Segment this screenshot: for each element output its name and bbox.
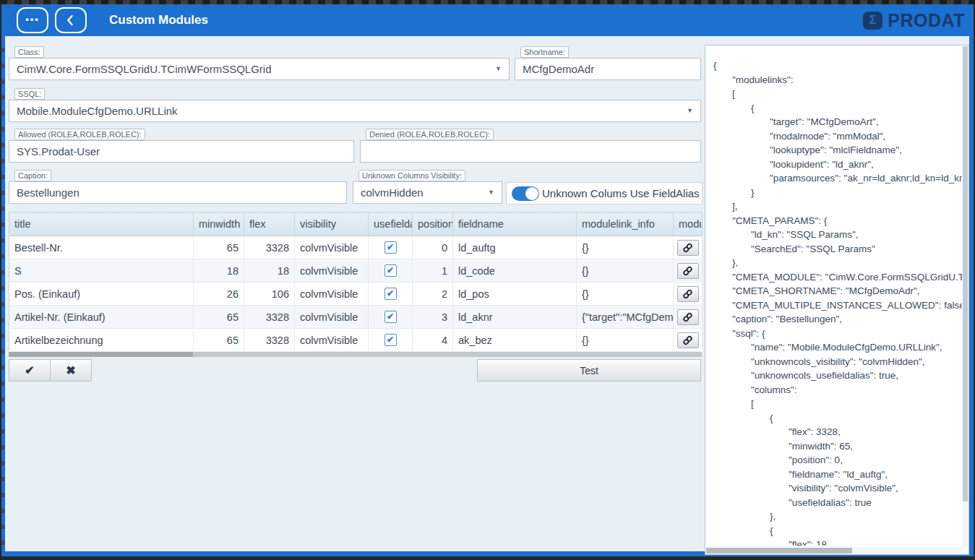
scrollbar-thumb[interactable] bbox=[9, 352, 193, 357]
link-icon bbox=[682, 311, 694, 323]
cell-modulelink-info: {} bbox=[577, 329, 674, 352]
cell-flex: 3328 bbox=[244, 329, 295, 352]
modulelink-button[interactable] bbox=[677, 240, 699, 256]
ssql-input[interactable] bbox=[9, 100, 700, 121]
grid-horizontal-scrollbar[interactable] bbox=[9, 352, 702, 357]
col-header-modulelink[interactable]: modu bbox=[674, 212, 703, 236]
modulelink-button[interactable] bbox=[677, 263, 699, 279]
prodat-sigma-icon: Σ bbox=[863, 12, 882, 30]
cell-position: 4 bbox=[413, 329, 453, 352]
cell-modulelink-info: {} bbox=[577, 259, 674, 283]
allowed-label: Allowed (ROLEA,ROLEB,ROLEC): bbox=[14, 129, 145, 140]
cell-flex: 3328 bbox=[244, 236, 295, 259]
main-content: Class: ▼ Shortname: SSQL: ▼ Allowed (ROL… bbox=[5, 36, 969, 551]
ssql-label: SSQL: bbox=[14, 88, 45, 100]
brand-name: PRODAT bbox=[888, 10, 965, 31]
cell-minwidth: 26 bbox=[194, 283, 244, 306]
cell-minwidth: 65 bbox=[194, 236, 244, 259]
cell-fieldname: ld_code bbox=[453, 259, 577, 283]
confirm-button[interactable]: ✔ bbox=[9, 359, 51, 382]
json-horizontal-scrollbar[interactable] bbox=[706, 548, 962, 553]
usefieldalias-toggle[interactable] bbox=[512, 186, 539, 201]
scrollbar-thumb[interactable] bbox=[706, 548, 852, 553]
test-button[interactable]: Test bbox=[477, 359, 701, 382]
cancel-button[interactable]: ✖ bbox=[50, 359, 92, 382]
menu-button[interactable]: ••• bbox=[17, 7, 48, 33]
table-row[interactable]: Artikel-Nr. (Einkauf) 65 3328 colvmVisib… bbox=[9, 306, 703, 329]
cell-fieldname: ld_auftg bbox=[453, 236, 577, 259]
usefieldalias-checkbox[interactable]: ✔ bbox=[385, 241, 397, 254]
check-icon: ✔ bbox=[25, 363, 34, 377]
denied-field bbox=[360, 140, 701, 163]
cell-modulelink-info: {} bbox=[577, 283, 674, 306]
link-icon bbox=[682, 242, 694, 254]
json-vertical-scrollbar[interactable] bbox=[963, 46, 968, 546]
cell-visibility: colvmVisible bbox=[295, 283, 369, 306]
col-header-minwidth[interactable]: minwidth bbox=[194, 212, 244, 236]
class-label: Class: bbox=[14, 46, 44, 58]
cell-title: Pos. (Einkauf) bbox=[9, 283, 194, 306]
cell-fieldname: ld_aknr bbox=[453, 306, 577, 329]
back-button[interactable] bbox=[55, 7, 87, 33]
col-header-title[interactable]: title bbox=[9, 212, 194, 236]
cell-modulelink-info: {"target":"MCfgDemoA bbox=[577, 306, 674, 329]
modulelink-button[interactable] bbox=[677, 309, 699, 325]
cell-title: Artikelbezeichnung bbox=[9, 329, 194, 352]
cell-minwidth: 18 bbox=[194, 259, 244, 283]
allowed-input[interactable] bbox=[9, 141, 353, 162]
usefieldalias-checkbox[interactable]: ✔ bbox=[385, 334, 397, 346]
table-row[interactable]: Pos. (Einkauf) 26 106 colvmVisible ✔ 2 l… bbox=[9, 283, 703, 306]
toggle-knob-icon bbox=[525, 187, 538, 200]
shortname-field bbox=[515, 58, 701, 80]
col-header-visibility[interactable]: visibility bbox=[295, 212, 369, 236]
table-row[interactable]: Bestell-Nr. 65 3328 colvmVisible ✔ 0 ld_… bbox=[9, 236, 703, 259]
cell-position: 1 bbox=[413, 259, 453, 283]
modulelink-button[interactable] bbox=[677, 332, 699, 348]
col-header-position[interactable]: position bbox=[413, 212, 453, 236]
window-frame-right bbox=[969, 36, 974, 551]
modulelink-button[interactable] bbox=[677, 286, 699, 302]
usefieldalias-checkbox[interactable]: ✔ bbox=[385, 288, 397, 300]
usefieldalias-toggle-group: Unknown Colums Use FieldAlias bbox=[506, 182, 703, 204]
col-header-fieldname[interactable]: fieldname bbox=[453, 212, 577, 236]
scrollbar-thumb[interactable] bbox=[963, 46, 968, 501]
ssql-combobox: ▼ bbox=[9, 100, 701, 122]
columns-grid: title minwidth flex visibility usefielda… bbox=[9, 212, 703, 352]
col-header-usefieldalias[interactable]: usefielda bbox=[369, 212, 413, 236]
cell-visibility: colvmVisible bbox=[295, 259, 369, 283]
usefieldalias-checkbox[interactable]: ✔ bbox=[385, 311, 397, 323]
usefieldalias-toggle-label: Unknown Colums Use FieldAlias bbox=[542, 187, 700, 199]
denied-label: Denied (ROLEA,ROLEB,ROLEC): bbox=[366, 129, 494, 140]
denied-input[interactable] bbox=[361, 141, 700, 162]
class-combobox: ▼ bbox=[9, 58, 510, 80]
col-header-flex[interactable]: flex bbox=[244, 212, 295, 236]
title-bar: ••• Custom Modules Σ PRODAT bbox=[1, 4, 974, 36]
cell-title: S bbox=[9, 259, 194, 283]
json-preview-text: { "modulelinks": [ { "target": "MCfgDemo… bbox=[713, 59, 962, 546]
cell-flex: 3328 bbox=[244, 306, 295, 329]
class-input[interactable] bbox=[9, 59, 509, 79]
app-window: ••• Custom Modules Σ PRODAT Class: ▼ Sho… bbox=[0, 0, 975, 560]
json-preview-panel: { "modulelinks": [ { "target": "MCfgDemo… bbox=[705, 45, 969, 555]
cell-minwidth: 65 bbox=[194, 329, 244, 352]
link-icon bbox=[682, 288, 694, 300]
table-row[interactable]: Artikelbezeichnung 65 3328 colvmVisible … bbox=[9, 329, 703, 352]
cell-position: 0 bbox=[413, 236, 453, 259]
cell-position: 2 bbox=[413, 283, 453, 306]
caption-input[interactable] bbox=[9, 182, 346, 203]
caption-field bbox=[9, 181, 347, 204]
cell-visibility: colvmVisible bbox=[295, 306, 369, 329]
shortname-input[interactable] bbox=[515, 59, 700, 79]
cross-icon: ✖ bbox=[66, 363, 75, 377]
col-header-modulelink-info[interactable]: modulelink_info bbox=[577, 212, 674, 236]
usefieldalias-checkbox[interactable]: ✔ bbox=[385, 264, 397, 277]
grid-header-row: title minwidth flex visibility usefielda… bbox=[9, 212, 703, 236]
table-row[interactable]: S 18 18 colvmVisible ✔ 1 ld_code {} bbox=[9, 259, 703, 283]
cell-title: Bestell-Nr. bbox=[9, 236, 194, 259]
unknown-columns-visibility-combobox: ▼ bbox=[353, 181, 502, 204]
cell-fieldname: ld_pos bbox=[453, 283, 577, 306]
cell-fieldname: ak_bez bbox=[453, 329, 577, 352]
unknown-columns-visibility-input[interactable] bbox=[353, 182, 502, 203]
link-icon bbox=[682, 335, 694, 346]
page-title: Custom Modules bbox=[109, 13, 208, 27]
